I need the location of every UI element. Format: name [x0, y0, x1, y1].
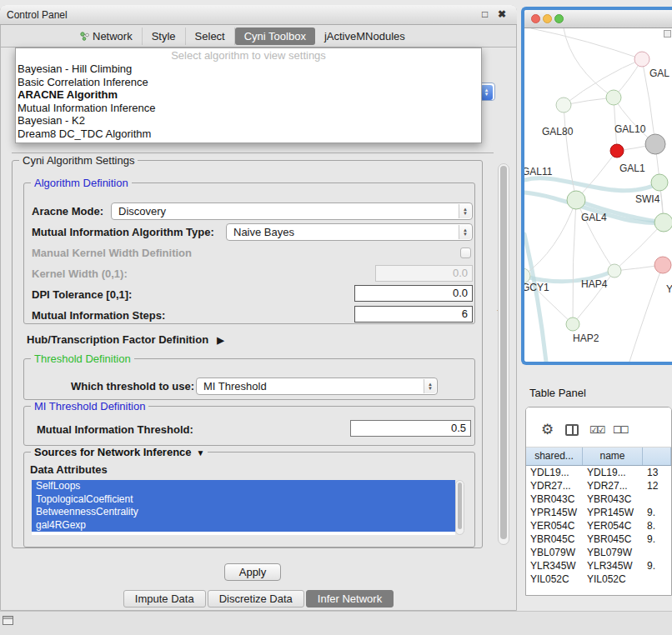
table-cell: YIL052C [583, 572, 643, 586]
network-node[interactable] [634, 52, 649, 67]
apply-button[interactable]: Apply [224, 563, 281, 581]
table-column-header[interactable] [643, 448, 671, 465]
scrollbar-thumb[interactable] [500, 166, 507, 539]
network-edge[interactable] [564, 105, 576, 200]
mi-threshold-field[interactable]: 0.5 [350, 420, 471, 437]
network-node[interactable] [606, 90, 621, 105]
algorithm-option[interactable]: Bayesian - K2 [16, 114, 481, 128]
network-node[interactable] [645, 134, 665, 154]
network-node[interactable] [654, 257, 671, 273]
combobox-stepper-icon[interactable]: ▲▼ [459, 204, 471, 218]
table-cell: 8. [643, 519, 671, 532]
tab-network[interactable]: Network [71, 28, 143, 45]
tab-style[interactable]: Style [143, 28, 186, 45]
expand-right-icon[interactable]: ▶ [217, 335, 223, 345]
network-canvas[interactable]: GALGAL80GAL10GAL11GAL1SWI4GAL4GCY1HAP4YH… [524, 28, 672, 362]
network-node[interactable] [651, 174, 668, 191]
table-row[interactable]: YLR345WYLR345W9. [526, 559, 671, 572]
attribute-list-scrollbar[interactable] [455, 480, 464, 535]
network-node[interactable] [567, 191, 585, 209]
aracne-mode-combobox[interactable]: Discovery ▲▼ [111, 202, 473, 220]
bottom-tab-impute-data[interactable]: Impute Data [123, 590, 206, 608]
table-header-row: shared...name [526, 448, 671, 466]
combobox-stepper-icon[interactable]: ▲▼ [424, 379, 436, 393]
tab-label: Select [195, 28, 225, 45]
network-node[interactable] [610, 144, 624, 158]
network-edge[interactable] [576, 151, 617, 200]
tab-cyni-toolbox[interactable]: Cyni Toolbox [235, 28, 315, 45]
source-attribute-item[interactable]: SelfLoops [32, 480, 455, 493]
source-attribute-item[interactable]: BetweennessCentrality [32, 506, 455, 519]
network-edge[interactable] [531, 28, 642, 59]
float-window-icon[interactable]: □ [482, 8, 488, 20]
minimize-traffic-light-icon[interactable] [543, 14, 552, 23]
expand-down-icon[interactable]: ▼ [197, 448, 205, 458]
algorithm-option[interactable]: Mutual Information Inference [16, 102, 481, 115]
table-row[interactable]: YER054CYER054C8. [526, 519, 671, 532]
table-row[interactable]: YDL19...YDL19...13 [526, 466, 671, 479]
settings-gear-icon[interactable]: ⚙ [541, 421, 554, 438]
table-row[interactable]: YDR27...YDR27...12 [526, 479, 671, 492]
algorithm-option[interactable]: ARACNE Algorithm [16, 88, 481, 102]
threshold-definition-title: Threshold Definition [31, 352, 134, 365]
mi-type-combobox[interactable]: Naive Bayes ▲▼ [226, 223, 473, 241]
table-column-header[interactable]: shared... [526, 448, 583, 465]
mi-type-value: Naive Bayes [233, 226, 294, 238]
manual-kernel-checkbox[interactable] [460, 248, 471, 258]
columns-icon[interactable] [565, 424, 579, 436]
network-node[interactable] [654, 213, 672, 232]
network-node[interactable] [566, 318, 579, 331]
settings-scrollbar[interactable] [498, 163, 509, 545]
combobox-stepper-icon[interactable]: ▲▼ [480, 85, 493, 100]
network-node[interactable] [556, 98, 571, 112]
network-node[interactable] [608, 264, 621, 278]
table-row[interactable]: YBL079WYBL079W [526, 546, 671, 559]
dpi-tolerance-field[interactable]: 0.0 [354, 285, 473, 302]
table-body: YDL19...YDL19...13YDR27...YDR27...12YBR0… [526, 466, 671, 586]
network-edge[interactable] [524, 234, 546, 362]
algorithm-dropdown-options: Bayesian - Hill ClimbingBasic Correlatio… [16, 62, 481, 140]
table-cell: 9. [643, 532, 671, 546]
mi-steps-field[interactable]: 6 [354, 306, 473, 322]
table-cell: YIL052C [526, 572, 583, 586]
network-edge[interactable] [629, 265, 663, 362]
table-row[interactable]: YBR043CYBR043C [526, 492, 671, 506]
network-window-titlebar[interactable] [524, 10, 672, 28]
table-column-header[interactable]: name [583, 448, 643, 465]
algorithm-option[interactable]: Bayesian - Hill Climbing [16, 62, 481, 76]
select-all-checkboxes-icon[interactable]: ☑☑ [589, 424, 604, 436]
tab-label: Style [152, 28, 176, 45]
close-window-icon[interactable]: ✖ [498, 8, 506, 20]
hub-definition-toggle[interactable]: Hub/Transcription Factor Definition▶ [27, 333, 224, 346]
algorithm-option[interactable]: Basic Correlation Inference [16, 76, 481, 89]
algorithm-definition-title: Algorithm Definition [31, 177, 132, 189]
source-attribute-item[interactable]: TopologicalCoefficient [32, 493, 455, 507]
tab-select[interactable]: Select [186, 28, 235, 45]
table-cell: 12 [643, 479, 671, 492]
tab-label: Cyni Toolbox [244, 28, 306, 45]
algorithm-option[interactable]: Dream8 DC_TDC Algorithm [16, 128, 481, 141]
table-cell: YBR043C [583, 492, 643, 506]
which-threshold-combobox[interactable]: MI Threshold ▲▼ [196, 378, 438, 395]
deselect-all-checkboxes-icon[interactable]: ☐☐ [613, 424, 628, 436]
table-cell: YBL079W [583, 546, 643, 559]
table-row[interactable]: YPR145WYPR145W9. [526, 506, 671, 519]
close-traffic-light-icon[interactable] [531, 14, 540, 23]
combobox-stepper-icon[interactable]: ▲▼ [459, 225, 471, 239]
network-edge[interactable] [573, 200, 576, 324]
table-row[interactable]: YIL052CYIL052C [526, 572, 671, 586]
kernel-width-field[interactable]: 0.0 [375, 265, 473, 282]
network-edge[interactable] [564, 59, 642, 105]
control-panel-titlebar[interactable]: Control Panel □ ✖ [0, 5, 517, 25]
zoom-traffic-light-icon[interactable] [554, 14, 564, 23]
bottom-tab-discretize-data[interactable]: Discretize Data [208, 590, 304, 608]
algorithm-dropdown-placeholder: Select algorithm to view settings [16, 48, 481, 62]
minimized-panel-icon[interactable] [3, 616, 13, 625]
table-row[interactable]: YBR045CYBR045C9. [526, 532, 671, 546]
sources-group-title[interactable]: Sources for Network Inference▼ [31, 446, 208, 458]
bottom-tab-infer-network[interactable]: Infer Network [306, 590, 394, 608]
scrollbar-thumb[interactable] [458, 482, 462, 529]
tab-jactivemnodules[interactable]: jActiveMNodules [315, 28, 414, 45]
network-edge[interactable] [524, 178, 659, 191]
source-attribute-item[interactable]: gal4RGexp [32, 519, 455, 532]
